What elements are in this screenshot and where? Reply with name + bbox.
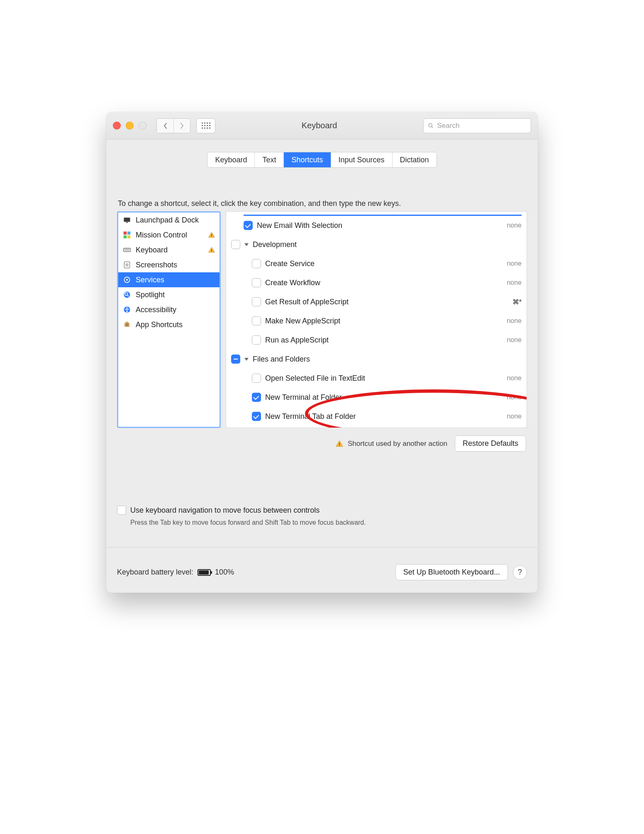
sidebar-item-app-shortcuts[interactable]: App Shortcuts xyxy=(118,317,220,332)
hint-text: Shortcut used by another action xyxy=(348,440,447,448)
checkbox[interactable] xyxy=(231,355,240,364)
nav-back-forward xyxy=(156,118,190,133)
checkbox[interactable] xyxy=(231,240,240,249)
list-group[interactable]: Files and Folders xyxy=(226,350,527,369)
shortcuts-columns: Launchpad & Dock Mission Control Keyboa xyxy=(117,211,527,428)
search-input[interactable] xyxy=(437,122,527,130)
battery-icon xyxy=(198,569,211,576)
sidebar-item-label: Services xyxy=(136,276,215,284)
bluetooth-keyboard-button[interactable]: Set Up Bluetooth Keyboard... xyxy=(395,564,508,580)
checkbox-subtext: Press the Tab key to move focus forward … xyxy=(130,519,527,526)
battery-label: Keyboard battery level: xyxy=(117,568,193,577)
forward-button[interactable] xyxy=(173,119,190,133)
list-item[interactable]: New Terminal Tab at Folder none xyxy=(226,407,527,426)
list-item[interactable]: New Email With Selection none xyxy=(226,216,527,235)
footer: Keyboard battery level: 100% Set Up Blue… xyxy=(106,556,538,593)
shortcut-value[interactable]: none xyxy=(497,279,522,286)
group-label: Files and Folders xyxy=(253,355,522,364)
svg-line-1 xyxy=(432,126,433,127)
svg-rect-8 xyxy=(211,234,212,236)
shortcut-value[interactable]: none xyxy=(497,413,522,420)
svg-rect-3 xyxy=(126,222,128,223)
checkbox[interactable] xyxy=(117,506,126,515)
shortcut-value[interactable]: none xyxy=(497,394,522,401)
sidebar-item-keyboard[interactable]: Keyboard xyxy=(118,242,220,257)
display-icon xyxy=(122,215,132,225)
checkbox[interactable] xyxy=(252,335,261,345)
services-scroll[interactable]: New Email With Selection none Developmen… xyxy=(226,212,527,428)
checkbox[interactable] xyxy=(252,316,261,325)
list-item[interactable]: New Terminal at Folder none xyxy=(226,388,527,407)
tab-bar: Keyboard Text Shortcuts Input Sources Di… xyxy=(207,152,437,168)
list-item[interactable]: Get Result of AppleScript ⌘* xyxy=(226,292,527,311)
checkbox[interactable] xyxy=(244,221,253,230)
sidebar-item-accessibility[interactable]: Accessibility xyxy=(118,302,220,317)
checkbox[interactable] xyxy=(252,412,261,421)
item-label: Open Selected File in TextEdit xyxy=(265,374,493,383)
tab-shortcuts[interactable]: Shortcuts xyxy=(283,152,330,167)
help-button[interactable]: ? xyxy=(513,565,527,580)
tabs: Keyboard Text Shortcuts Input Sources Di… xyxy=(106,139,538,168)
checkbox[interactable] xyxy=(252,374,261,383)
battery-status: Keyboard battery level: 100% xyxy=(117,568,234,577)
list-item[interactable]: Make New AppleScript none xyxy=(226,311,527,330)
keyboard-icon xyxy=(122,245,132,254)
tab-input-sources[interactable]: Input Sources xyxy=(331,152,392,167)
minimize-icon[interactable] xyxy=(126,122,134,130)
list-item[interactable]: Run as AppleScript none xyxy=(226,330,527,350)
list-item[interactable]: Open Selected File in TextEdit none xyxy=(226,369,527,388)
sidebar-item-mission-control[interactable]: Mission Control xyxy=(118,227,220,242)
shortcuts-sidebar[interactable]: Launchpad & Dock Mission Control Keyboa xyxy=(117,211,221,428)
svg-rect-15 xyxy=(124,262,129,268)
gear-icon xyxy=(122,275,132,284)
sidebar-item-spotlight[interactable]: Spotlight xyxy=(118,287,220,302)
svg-point-16 xyxy=(126,264,128,266)
shortcut-value[interactable]: none xyxy=(497,317,522,325)
checkbox[interactable] xyxy=(252,259,261,268)
grid-icon xyxy=(202,122,210,129)
list-group[interactable]: Development xyxy=(226,235,527,254)
shortcut-value[interactable]: none xyxy=(497,222,522,229)
item-label: Make New AppleScript xyxy=(265,317,493,325)
checkbox[interactable] xyxy=(252,297,261,306)
item-label: New Terminal Tab at Folder xyxy=(265,412,493,421)
content: To change a shortcut, select it, click t… xyxy=(106,168,538,556)
svg-rect-6 xyxy=(124,235,127,239)
sidebar-item-screenshots[interactable]: Screenshots xyxy=(118,257,220,272)
screenshot-icon xyxy=(122,260,132,269)
restore-defaults-button[interactable]: Restore Defaults xyxy=(455,435,526,452)
back-button[interactable] xyxy=(157,119,173,133)
tab-text[interactable]: Text xyxy=(254,152,283,167)
list-item[interactable]: Create Workflow none xyxy=(226,273,527,292)
tab-keyboard[interactable]: Keyboard xyxy=(207,152,254,167)
shortcut-value[interactable]: ⌘* xyxy=(497,298,522,306)
sidebar-item-services[interactable]: Services xyxy=(118,272,220,287)
zoom-icon[interactable] xyxy=(139,122,146,130)
shortcut-value[interactable]: none xyxy=(497,336,522,344)
svg-rect-4 xyxy=(124,232,127,235)
conflict-hint: Shortcut used by another action xyxy=(335,440,447,448)
checkbox[interactable] xyxy=(252,393,261,402)
sidebar-item-launchpad[interactable]: Launchpad & Dock xyxy=(118,213,220,227)
shortcut-value[interactable]: none xyxy=(497,374,522,382)
svg-rect-9 xyxy=(211,236,212,237)
svg-point-18 xyxy=(126,279,128,281)
shortcut-value[interactable]: none xyxy=(497,260,522,267)
search-field[interactable] xyxy=(423,118,531,133)
sidebar-item-label: Screenshots xyxy=(136,261,215,269)
list-item[interactable]: Create Service none xyxy=(226,254,527,273)
disclosure-icon[interactable] xyxy=(244,243,249,246)
close-icon[interactable] xyxy=(113,122,121,130)
search-icon xyxy=(428,122,434,129)
svg-rect-24 xyxy=(339,443,340,445)
sidebar-item-label: Keyboard xyxy=(136,246,204,254)
svg-rect-7 xyxy=(127,235,131,239)
checkbox[interactable] xyxy=(252,278,261,287)
tab-dictation[interactable]: Dictation xyxy=(392,152,437,167)
show-all-button[interactable] xyxy=(196,118,215,133)
disclosure-icon[interactable] xyxy=(244,358,249,361)
svg-point-23 xyxy=(126,307,127,308)
services-list[interactable]: New Email With Selection none Developmen… xyxy=(226,211,527,428)
footer-buttons: Set Up Bluetooth Keyboard... ? xyxy=(395,564,527,580)
sidebar-item-label: Accessibility xyxy=(136,306,215,314)
